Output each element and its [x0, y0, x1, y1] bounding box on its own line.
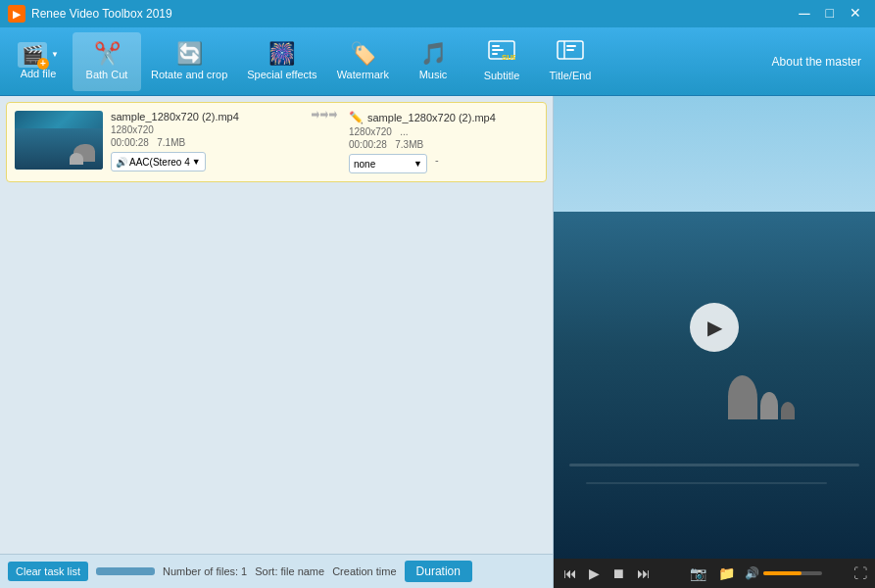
subtitle-value: none — [354, 159, 375, 170]
output-size: 7.3MB — [395, 139, 423, 150]
file-list-area: sample_1280x720 (2).mp4 1280x720 00:00:2… — [0, 96, 553, 554]
ocean-bg — [554, 212, 875, 559]
window-close-btn[interactable]: ✕ — [844, 5, 867, 23]
svg-rect-8 — [566, 49, 574, 51]
rotate-crop-icon: 🔄 — [176, 41, 203, 67]
special-effects-label: Special effects — [247, 69, 316, 81]
rock-small — [781, 402, 795, 419]
duration-btn[interactable]: Duration — [405, 561, 472, 582]
output-duration: 00:00:28 — [349, 139, 387, 150]
rocks — [728, 375, 795, 419]
app-title: Renee Video Toolbox 2019 — [31, 7, 793, 21]
add-file-label: Add file — [21, 68, 57, 80]
output-filename-row: ✏️ sample_1280x720 (2).mp4 — [349, 111, 538, 124]
add-plus-icon: + — [37, 58, 49, 70]
main-content: sample_1280x720 (2).mp4 1280x720 00:00:2… — [0, 96, 875, 588]
input-size: 7.1MB — [157, 137, 185, 148]
watermark-icon: 🏷️ — [350, 41, 376, 67]
stop-btn[interactable]: ⏹ — [609, 564, 627, 583]
video-preview: ▶ — [554, 96, 875, 559]
volume-fill — [763, 571, 802, 575]
toolbar: 🎬 + ▼ Add file ✂️ Bath Cut 🔄 Rotate and … — [0, 27, 875, 96]
rotate-crop-btn[interactable]: 🔄 Rotate and crop — [141, 32, 237, 91]
file-item: sample_1280x720 (2).mp4 1280x720 00:00:2… — [6, 102, 547, 182]
video-controls: ⏮ ▶ ⏹ ⏭ 📷 📁 🔊 ⛶ — [554, 559, 875, 588]
special-effects-icon: 🎆 — [268, 41, 295, 67]
input-filename: sample_1280x720 (2).mp4 — [111, 111, 300, 122]
about-master-btn[interactable]: About the master — [772, 55, 871, 69]
svg-rect-3 — [492, 53, 498, 55]
input-controls: 🔊 AAC(Stereo 4 ▼ — [111, 152, 300, 172]
right-panel: ▶ ⏮ ▶ ⏹ ⏭ 📷 📁 🔊 ⛶ — [554, 96, 875, 588]
skip-forward-btn[interactable]: ⏭ — [635, 564, 653, 583]
rotate-crop-label: Rotate and crop — [151, 69, 227, 81]
music-icon: 🎵 — [420, 41, 447, 67]
volume-control: 🔊 — [745, 566, 822, 580]
add-file-dropdown-arrow: ▼ — [51, 50, 59, 59]
window-minimize-btn[interactable]: ─ — [793, 5, 815, 23]
audio-select[interactable]: 🔊 AAC(Stereo 4 ▼ — [111, 152, 206, 172]
watermark-btn[interactable]: 🏷️ Watermark — [327, 32, 399, 91]
skip-back-btn[interactable]: ⏮ — [561, 564, 579, 583]
volume-bar[interactable] — [763, 571, 822, 575]
file-output-info: ✏️ sample_1280x720 (2).mp4 1280x720 ... … — [349, 111, 538, 173]
svg-rect-7 — [566, 45, 576, 47]
music-btn[interactable]: 🎵 Music — [399, 32, 467, 91]
play-btn[interactable]: ▶ — [587, 564, 602, 583]
music-label: Music — [419, 69, 448, 81]
clear-task-btn[interactable]: Clear task list — [8, 562, 88, 581]
add-file-btn[interactable]: 🎬 + ▼ Add file — [4, 32, 73, 91]
output-filename: sample_1280x720 (2).mp4 — [367, 112, 496, 123]
add-file-icon: 🎬 + — [18, 42, 47, 68]
window-maximize-btn[interactable]: □ — [820, 5, 840, 23]
file-thumbnail — [15, 111, 103, 170]
app-icon: ▶ — [8, 5, 25, 23]
rock-medium — [760, 392, 778, 419]
subtitle-select[interactable]: none ▼ — [349, 154, 427, 173]
bath-cut-btn[interactable]: ✂️ Bath Cut — [73, 32, 141, 91]
bath-cut-label: Bath Cut — [86, 69, 128, 81]
bottom-controls-bar: Clear task list Number of files: 1 Sort:… — [0, 554, 553, 588]
wave-line-1 — [569, 464, 858, 466]
creation-label: Creation time — [332, 565, 396, 577]
input-duration-size: 00:00:28 7.1MB — [111, 137, 300, 148]
title-end-btn[interactable]: Title/End — [536, 32, 605, 91]
rock-large — [728, 375, 757, 419]
expand-btn[interactable]: ⛶ — [853, 565, 867, 581]
audio-icon: 🔊 — [116, 157, 127, 168]
special-effects-btn[interactable]: 🎆 Special effects — [237, 32, 326, 91]
svg-text:SUB: SUB — [502, 53, 515, 62]
edit-icon: ✏️ — [349, 111, 364, 124]
subtitle-dropdown-arrow: ▼ — [413, 159, 422, 169]
file-input-info: sample_1280x720 (2).mp4 1280x720 00:00:2… — [111, 111, 300, 172]
title-end-label: Title/End — [549, 70, 591, 82]
screenshot-btn[interactable]: 📷 — [688, 564, 708, 583]
bath-cut-icon: ✂️ — [94, 41, 121, 67]
play-btn-overlay[interactable]: ▶ — [690, 303, 739, 352]
subtitle-btn[interactable]: SUB Subtitle — [467, 32, 536, 91]
input-duration: 00:00:28 — [111, 137, 149, 148]
output-duration-size: 00:00:28 7.3MB — [349, 139, 538, 150]
output-res-row: 1280x720 ... — [349, 126, 538, 137]
left-panel: sample_1280x720 (2).mp4 1280x720 00:00:2… — [0, 96, 554, 588]
input-resolution: 1280x720 — [111, 124, 300, 135]
file-arrow — [308, 111, 341, 119]
sort-label: Sort: file name — [255, 565, 324, 577]
subtitle-icon: SUB — [488, 40, 515, 68]
audio-value: AAC(Stereo 4 — [129, 157, 190, 168]
subtitle-label: Subtitle — [484, 70, 520, 82]
output-extra: ... — [400, 126, 408, 137]
audio-dropdown-arrow: ▼ — [192, 157, 201, 167]
volume-icon: 🔊 — [745, 566, 759, 580]
output-resolution: 1280x720 — [349, 126, 392, 137]
file-count: Number of files: 1 — [163, 565, 247, 577]
watermark-label: Watermark — [337, 69, 389, 81]
title-end-icon — [557, 40, 584, 68]
title-bar: ▶ Renee Video Toolbox 2019 ─ □ ✕ — [0, 0, 875, 27]
svg-rect-2 — [492, 49, 504, 51]
stream-select-btn[interactable] — [96, 567, 155, 575]
folder-btn[interactable]: 📁 — [716, 564, 737, 583]
output-dash: - — [431, 154, 443, 173]
output-controls: none ▼ - — [349, 154, 538, 173]
svg-rect-1 — [492, 45, 500, 47]
